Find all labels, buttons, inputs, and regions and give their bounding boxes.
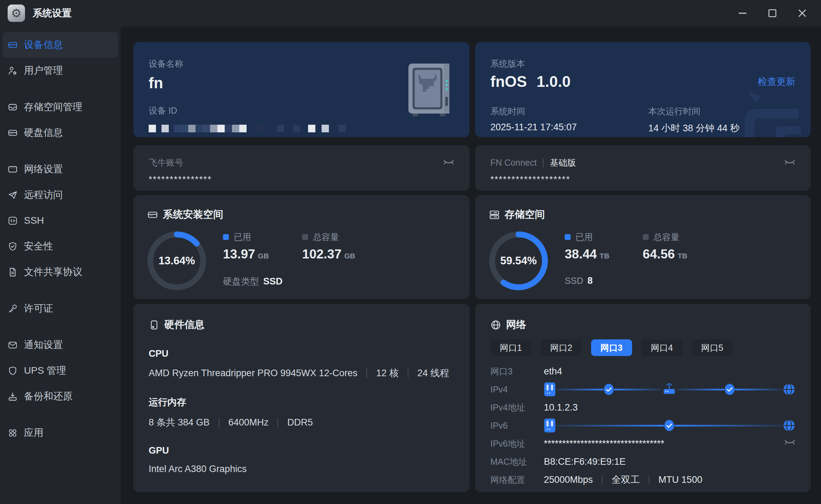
sidebar-item-7[interactable]: SSH	[3, 208, 118, 233]
divider	[219, 418, 219, 427]
hardware-info-card: 硬件信息 CPUAMD Ryzen Threadripper PRO 9945W…	[133, 304, 470, 492]
close-button[interactable]	[797, 8, 807, 18]
sidebar-item-label: 网络设置	[24, 163, 63, 176]
divider	[408, 369, 408, 378]
used-unit: GB	[258, 252, 269, 260]
sidebar-item-3[interactable]: 存储空间管理	[3, 94, 118, 120]
hardware-section-value: AMD Ryzen Threadripper PRO 9945WX 12-Cor…	[149, 367, 454, 379]
fn-connect-label: FN Connect	[490, 158, 537, 168]
show-ipv6-eye-icon[interactable]	[784, 439, 795, 448]
sidebar-item-label: 安全性	[24, 240, 53, 253]
minimize-button[interactable]	[738, 8, 747, 18]
fn-account-card: 飞牛账号 ***************	[133, 145, 470, 191]
network-port-tab-5[interactable]: 网口5	[692, 339, 733, 356]
sidebar-item-11[interactable]: 通知设置	[3, 332, 118, 358]
link-segment	[674, 425, 783, 427]
id-block	[256, 125, 263, 132]
nas-icon	[544, 418, 556, 433]
divider	[543, 158, 544, 167]
divider	[602, 475, 603, 485]
titlebar: ⚙ 系统设置	[0, 0, 821, 26]
total-label: 总容量	[313, 231, 339, 243]
link-segment	[556, 425, 664, 427]
check-icon	[664, 420, 674, 431]
storage-percent: 59.54%	[486, 229, 551, 293]
sidebar-item-14[interactable]: 应用	[3, 420, 118, 446]
os-name: fnOS	[490, 73, 527, 90]
sidebar-item-label: SSH	[24, 215, 44, 226]
total-label: 总容量	[654, 231, 680, 243]
nas-icon	[544, 382, 556, 397]
show-connect-eye-icon[interactable]	[784, 159, 795, 168]
sidebar-item-label: 存储空间管理	[24, 100, 82, 114]
value-segment: 24 线程	[417, 367, 449, 379]
hardware-section-label: GPU	[149, 445, 454, 456]
uptime-label: 本次运行时间	[648, 106, 740, 117]
sidebar-item-2[interactable]: 用户管理	[3, 58, 118, 83]
sidebar-item-label: 硬盘信息	[24, 126, 63, 139]
sidebar-item-4[interactable]: 硬盘信息	[3, 120, 118, 146]
ipv4-address-label: IPv4地址	[490, 402, 544, 413]
maximize-button[interactable]	[768, 8, 777, 18]
id-block	[322, 125, 329, 132]
total-swatch	[643, 234, 649, 240]
fn-account-label: 飞牛账号	[149, 157, 183, 168]
sidebar-item-10[interactable]: 许可证	[3, 296, 118, 321]
hardware-icon	[149, 320, 159, 330]
ipv4-topology-diagram	[544, 382, 795, 397]
network-config-row: 网络配置 25000Mbps全双工MTU 1500	[490, 471, 795, 489]
port-value: eth4	[544, 366, 562, 377]
disk-type-value: SSD	[263, 276, 283, 287]
ssd-count-value: 8	[587, 275, 592, 286]
network-port-tab-4[interactable]: 网口4	[641, 339, 682, 356]
value-segment: 8 条共 384 GB	[149, 416, 210, 429]
drive-icon	[147, 209, 158, 220]
ipv4-address-value: 10.1.2.3	[544, 402, 578, 413]
sidebar-item-label: 文件共享协议	[24, 265, 82, 279]
check-update-link[interactable]: 检查更新	[758, 75, 795, 88]
ssd-count-label: SSD	[565, 275, 583, 286]
sidebar-item-5[interactable]: 网络设置	[3, 156, 118, 182]
total-value: 64.56	[643, 247, 675, 261]
system-time-label: 系统时间	[490, 106, 577, 117]
sidebar-item-1[interactable]: 设备信息	[3, 32, 118, 58]
id-block	[210, 125, 217, 132]
id-block	[188, 125, 196, 132]
server-stack-icon	[489, 209, 500, 220]
storage-space-card: 存储空间 59.54% 已用 38.44TB 总容量 64.56TB SSD8	[475, 195, 811, 299]
used-unit: TB	[600, 252, 609, 260]
id-block	[277, 125, 284, 132]
sidebar-item-13[interactable]: 备份和还原	[3, 383, 118, 409]
network-port-tab-3[interactable]: 网口3	[591, 339, 632, 356]
total-value: 102.37	[302, 247, 341, 261]
sidebar-item-label: UPS 管理	[24, 364, 66, 377]
sidebar-item-8[interactable]: 安全性	[3, 233, 118, 259]
sidebar-item-6[interactable]: 远程访问	[3, 182, 118, 208]
total-unit: GB	[344, 252, 355, 260]
uptime-value: 14 小时 38 分钟 44 秒	[648, 122, 740, 134]
hardware-section-value: Intel Arc A380 Graphics	[149, 464, 454, 474]
sidebar-item-label: 应用	[24, 426, 43, 439]
network-port-tab-1[interactable]: 网口1	[490, 339, 531, 356]
internet-globe-icon	[783, 419, 795, 432]
id-block	[339, 125, 346, 132]
value-segment: 6400MHz	[229, 417, 269, 428]
mac-address-row: MAC地址 B8:CE:F6:49:E9:1E	[490, 453, 795, 471]
fn-connect-masked-value: *******************	[490, 174, 795, 185]
value-segment: DDR5	[287, 417, 313, 428]
id-block	[196, 125, 203, 132]
ipv4-label: IPv4	[490, 385, 544, 395]
used-value: 13.97	[223, 247, 255, 261]
ipv6-address-masked-value: *********************************	[544, 438, 664, 449]
id-block	[203, 125, 210, 132]
sidebar-item-label: 许可证	[24, 302, 53, 315]
total-unit: TB	[678, 252, 687, 260]
ipv4-address-row: IPv4地址 10.1.2.3	[490, 398, 795, 416]
used-label: 已用	[234, 231, 251, 243]
divider	[366, 369, 367, 378]
sidebar-item-9[interactable]: 文件共享协议	[3, 259, 118, 285]
network-port-tab-2[interactable]: 网口2	[541, 339, 582, 356]
sidebar-item-12[interactable]: UPS 管理	[3, 358, 118, 383]
mac-address-value: B8:CE:F6:49:E9:1E	[544, 456, 626, 467]
show-account-eye-icon[interactable]	[443, 159, 454, 168]
